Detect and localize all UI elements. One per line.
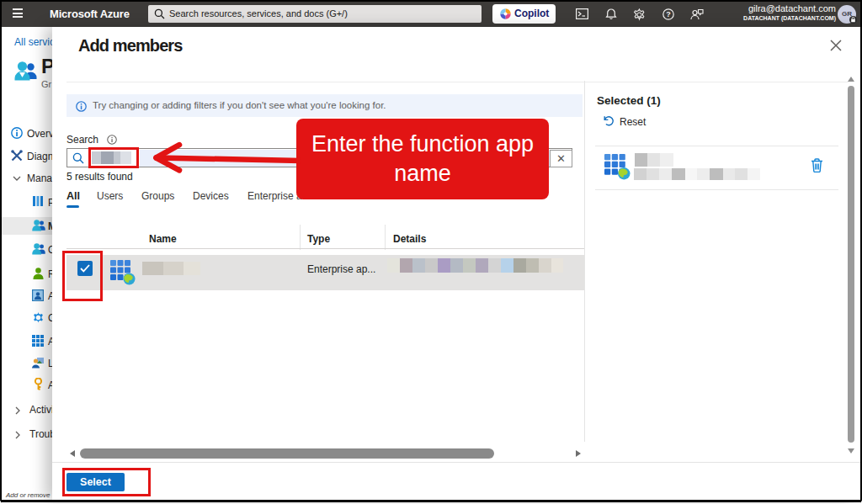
svg-text:?: ? [666, 10, 671, 19]
